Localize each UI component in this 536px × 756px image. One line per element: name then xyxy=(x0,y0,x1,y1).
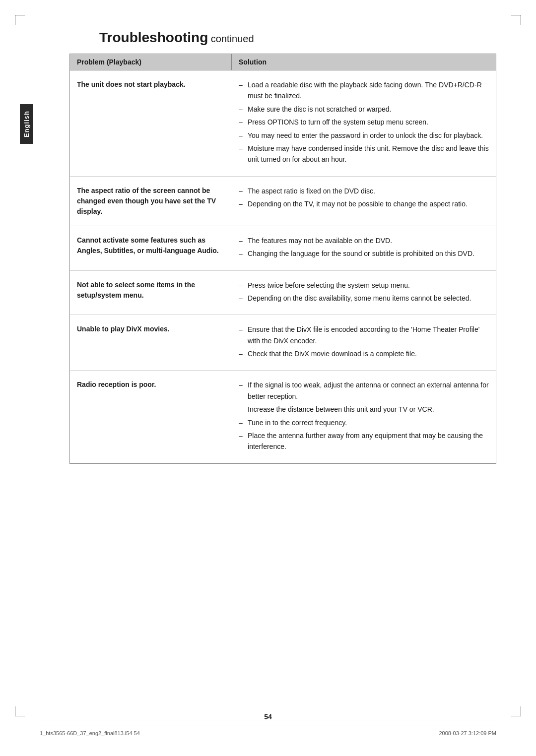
footer: 54 1_hts3565-66D_37_eng2_final813.i54 54… xyxy=(0,713,536,736)
problem-cell: The aspect ratio of the screen cannot be… xyxy=(70,186,232,217)
dash: – xyxy=(239,324,248,335)
table-row: Unable to play DivX movies. – Ensure tha… xyxy=(70,315,496,371)
page: English Troubleshooting continued Proble… xyxy=(0,0,536,756)
dash: – xyxy=(239,404,248,415)
solution-item: – Depending on the disc availability, so… xyxy=(239,293,489,304)
solution-item: – Load a readable disc with the playback… xyxy=(239,79,489,102)
table-row: Radio reception is poor. – If the signal… xyxy=(70,371,496,463)
troubleshoot-table: Problem (Playback) Solution The unit doe… xyxy=(69,54,496,464)
solution-item: – Make sure the disc is not scratched or… xyxy=(239,104,489,115)
footer-content: 1_hts3565-66D_37_eng2_final813.i54 54 20… xyxy=(40,730,496,736)
dash: – xyxy=(239,130,248,141)
dash: – xyxy=(239,79,248,90)
table-header: Problem (Playback) Solution xyxy=(69,54,496,70)
header-problem: Problem (Playback) xyxy=(70,54,232,70)
solution-cell: – Press twice before selecting the syste… xyxy=(232,280,496,306)
dash: – xyxy=(239,198,248,209)
solution-item: – The aspect ratio is fixed on the DVD d… xyxy=(239,186,489,196)
solution-item: – Place the antenna further away from an… xyxy=(239,430,489,452)
dash: – xyxy=(239,235,248,246)
problem-cell: Radio reception is poor. xyxy=(70,379,232,454)
solution-cell: – Load a readable disc with the playback… xyxy=(232,79,496,167)
dash: – xyxy=(239,280,248,291)
table-body: The unit does not start playback. – Load… xyxy=(69,70,496,464)
solution-item: – Check that the DivX movie download is … xyxy=(239,348,489,359)
solution-item: – Changing the language for the sound or… xyxy=(239,248,489,259)
solution-cell: – The aspect ratio is fixed on the DVD d… xyxy=(232,186,496,217)
solution-item: – If the signal is too weak, adjust the … xyxy=(239,379,489,402)
table-row: The aspect ratio of the screen cannot be… xyxy=(70,177,496,226)
solution-item: – Tune in to the correct frequency. xyxy=(239,417,489,428)
dash: – xyxy=(239,143,248,154)
dash: – xyxy=(239,186,248,196)
solution-cell: – Ensure that the DivX file is encoded a… xyxy=(232,324,496,361)
sidebar-language-label: English xyxy=(20,104,33,144)
header-solution: Solution xyxy=(232,54,496,70)
dash: – xyxy=(239,104,248,115)
dash: – xyxy=(239,248,248,259)
table-row: Not able to select some items in the set… xyxy=(70,271,496,315)
solution-item: – Depending on the TV, it may not be pos… xyxy=(239,198,489,209)
solution-item: – Press twice before selecting the syste… xyxy=(239,280,489,291)
solution-item: – Ensure that the DivX file is encoded a… xyxy=(239,324,489,346)
problem-cell: Not able to select some items in the set… xyxy=(70,280,232,306)
solution-item: – You may need to enter the password in … xyxy=(239,130,489,141)
solution-item: – Press OPTIONS to turn off the system s… xyxy=(239,117,489,127)
footer-timestamp: 2008-03-27 3:12:09 PM xyxy=(439,730,496,736)
problem-cell: Cannot activate some features such as An… xyxy=(70,235,232,261)
problem-cell: The unit does not start playback. xyxy=(70,79,232,167)
table-row: Cannot activate some features such as An… xyxy=(70,226,496,271)
dash: – xyxy=(239,430,248,441)
solution-item: – The features may not be available on t… xyxy=(239,235,489,246)
dash: – xyxy=(239,379,248,390)
corner-mark-top-left xyxy=(15,15,25,25)
page-number: 54 xyxy=(40,713,496,721)
corner-mark-top-right xyxy=(511,15,521,25)
solution-cell: – The features may not be available on t… xyxy=(232,235,496,261)
footer-divider xyxy=(40,726,496,726)
dash: – xyxy=(239,348,248,359)
solution-cell: – If the signal is too weak, adjust the … xyxy=(232,379,496,454)
dash: – xyxy=(239,117,248,127)
footer-filename: 1_hts3565-66D_37_eng2_final813.i54 54 xyxy=(40,730,140,736)
dash: – xyxy=(239,417,248,428)
page-title: Troubleshooting continued xyxy=(69,30,496,46)
table-row: The unit does not start playback. – Load… xyxy=(70,70,496,177)
solution-item: – Moisture may have condensed inside thi… xyxy=(239,143,489,165)
solution-item: – Increase the distance between this uni… xyxy=(239,404,489,415)
problem-cell: Unable to play DivX movies. xyxy=(70,324,232,361)
dash: – xyxy=(239,293,248,304)
